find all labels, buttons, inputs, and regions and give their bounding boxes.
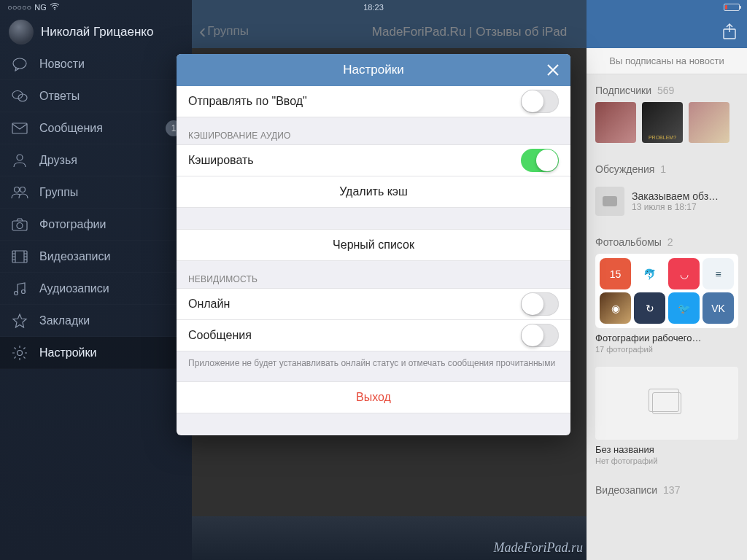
subscriber-thumbs[interactable] (587, 102, 747, 153)
svg-point-1 (13, 58, 26, 69)
sidebar-item-label: Закладки (39, 314, 182, 327)
close-button[interactable] (544, 61, 562, 79)
subscriber-thumb[interactable] (689, 102, 729, 143)
sidebar-item-label: Друзья (39, 154, 182, 167)
sidebar: Николай Грицаенко НовостиОтветыСообщения… (0, 0, 192, 560)
clear-cache-button[interactable]: Удалить кэш (177, 176, 570, 208)
sidebar-item-label: Фотографии (39, 218, 182, 231)
sidebar-item-film[interactable]: Видеозаписи (0, 241, 192, 273)
toggle-cache[interactable] (521, 149, 559, 172)
chevron-left-icon: ‹ (199, 21, 206, 42)
albums-header[interactable]: Фотоальбомы 2 (587, 226, 747, 254)
sidebar-item-label: Ответы (39, 90, 182, 103)
right-column: Вы подписаны на новости Подписчики 569 О… (587, 48, 747, 560)
subscriber-thumb[interactable] (642, 102, 683, 143)
invisibility-footnote: Приложение не будет устанавливать онлайн… (177, 351, 570, 382)
sidebar-item-camera[interactable]: Фотографии (0, 209, 192, 241)
empty-album[interactable] (595, 367, 738, 440)
blacklist-button[interactable]: Черный список (177, 229, 570, 261)
setting-messages[interactable]: Сообщения (177, 319, 570, 351)
film-icon (10, 249, 29, 265)
bubbles-icon (10, 88, 29, 104)
carrier-name: NG (34, 3, 47, 12)
avatar (9, 20, 34, 44)
profile-row[interactable]: Николай Грицаенко (0, 16, 192, 48)
share-button[interactable] (719, 21, 740, 42)
sidebar-item-label: Группы (39, 186, 182, 199)
people-icon (10, 184, 29, 201)
toggle-online[interactable] (521, 292, 559, 316)
videos-header[interactable]: Видеозаписи 137 (587, 474, 747, 502)
app-tile: ≡ (703, 258, 734, 289)
subscribers-header[interactable]: Подписчики 569 (587, 74, 747, 102)
setting-send-on-enter[interactable]: Отправлять по "Ввод" (177, 85, 570, 117)
sidebar-item-music[interactable]: Аудиозаписи (0, 273, 192, 305)
logout-button[interactable]: Выход (177, 381, 570, 413)
sidebar-item-label: Настройки (39, 346, 182, 359)
sidebar-item-person[interactable]: Друзья (0, 144, 192, 176)
modal-header: Настройки (177, 54, 570, 86)
bubble-icon (10, 56, 29, 72)
section-audio-cache: КЭШИРОВАНИЕ АУДИО (177, 117, 570, 145)
svg-point-6 (15, 187, 20, 192)
music-icon (10, 281, 29, 297)
app-tile: 🐬 (634, 258, 665, 289)
discussion-icon (595, 187, 624, 216)
section-invisibility: НЕВИДИМОСТЬ (177, 261, 570, 289)
back-button[interactable]: ‹ Группы (199, 21, 249, 42)
modal-title: Настройки (343, 63, 403, 77)
profile-name: Николай Грицаенко (41, 25, 153, 39)
sidebar-item-label: Аудиозаписи (39, 282, 182, 295)
album-grid[interactable]: 15🐬◡≡◉↻🐦VK (595, 254, 738, 328)
album-subtitle: 17 фотографий (587, 345, 747, 362)
ios-status-bar: ○○○○○ NG 18:23 (0, 0, 747, 15)
wifi-icon (50, 3, 60, 12)
svg-point-2 (12, 90, 23, 98)
sidebar-item-label: Новости (39, 58, 182, 71)
album-title: Фотографии рабочего… (587, 328, 747, 345)
svg-point-9 (17, 222, 23, 228)
sidebar-item-star[interactable]: Закладки (0, 305, 192, 337)
settings-modal: Настройки Отправлять по "Ввод" КЭШИРОВАН… (177, 54, 570, 435)
toggle-messages[interactable] (521, 324, 559, 347)
svg-rect-4 (12, 123, 27, 133)
mail-icon (10, 120, 29, 136)
app-tile: ◡ (668, 258, 700, 289)
album-subtitle: Нет фотографий (587, 456, 747, 474)
battery-indicator (724, 4, 740, 11)
svg-point-0 (54, 9, 55, 10)
person-icon (10, 152, 29, 168)
status-time: 18:23 (363, 3, 384, 12)
star-icon (10, 313, 29, 329)
app-tile: 15 (600, 258, 631, 289)
svg-point-5 (17, 155, 23, 160)
sidebar-item-label: Видеозаписи (39, 250, 182, 263)
sidebar-item-people[interactable]: Группы (0, 176, 192, 209)
sidebar-item-label: Сообщения (39, 122, 166, 135)
signal-dots: ○○○○○ (7, 3, 31, 12)
subscriber-thumb[interactable] (595, 102, 636, 143)
setting-cache-enable[interactable]: Кэшировать (177, 144, 570, 176)
app-tile: ↻ (634, 292, 665, 324)
app-tile: ◉ (600, 292, 631, 324)
sidebar-item-bubbles[interactable]: Ответы (0, 80, 192, 112)
gear-icon (10, 345, 29, 361)
placeholder-icon (652, 392, 681, 414)
svg-point-7 (20, 187, 26, 192)
sidebar-item-mail[interactable]: Сообщения1 (0, 112, 192, 144)
app-tile: VK (703, 292, 734, 324)
page-title: MadeForiPad.Ru | Отзывы об iPad (372, 25, 567, 39)
background-photo (192, 516, 587, 560)
sidebar-item-gear[interactable]: Настройки (0, 337, 192, 369)
discussions-header[interactable]: Обсуждения 1 (587, 153, 747, 181)
album-title: Без названия (587, 440, 747, 456)
svg-point-13 (18, 350, 23, 355)
toggle-send-on-enter[interactable] (521, 90, 559, 113)
setting-online[interactable]: Онлайн (177, 288, 570, 320)
app-tile: 🐦 (668, 292, 700, 324)
camera-icon (10, 217, 29, 233)
sidebar-item-bubble[interactable]: Новости (0, 48, 192, 80)
discussion-item[interactable]: Заказываем обз… 13 июля в 18:17 (587, 181, 747, 226)
back-label: Группы (207, 24, 249, 39)
subscribed-banner: Вы подписаны на новости (587, 48, 747, 74)
